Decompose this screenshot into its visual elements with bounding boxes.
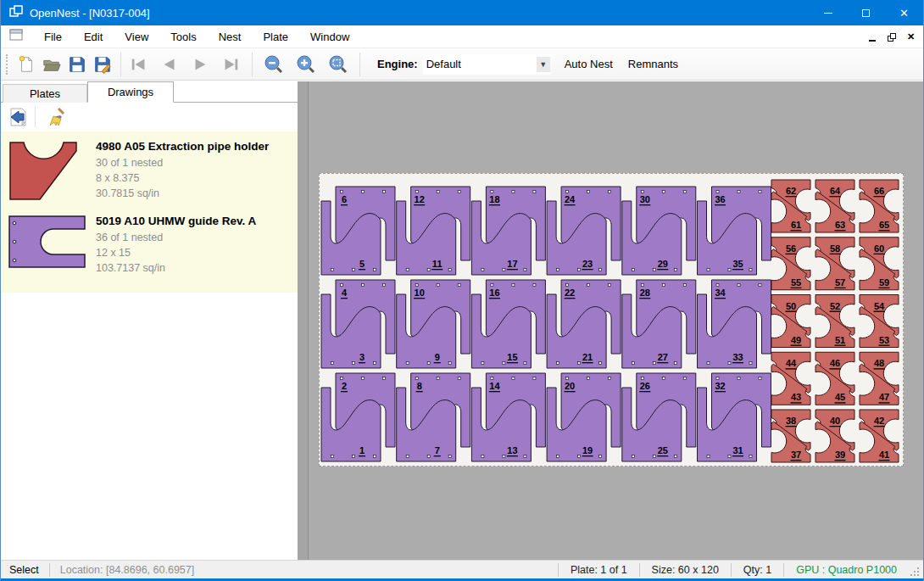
auto-nest-button[interactable]: Auto Nest bbox=[557, 53, 621, 75]
status-mode: Select bbox=[1, 564, 49, 576]
drawing-item-2[interactable]: 5019 A10 UHMW guide Rev. A 36 of 1 neste… bbox=[8, 211, 291, 276]
red-part-pair[interactable]: 4645 bbox=[815, 352, 854, 405]
menu-file[interactable]: File bbox=[33, 27, 73, 47]
nest-canvas[interactable]: 6543211211109871817161514132423222120193… bbox=[308, 81, 924, 560]
svg-text:63: 63 bbox=[835, 220, 845, 230]
red-part-pair[interactable]: 6261 bbox=[771, 180, 810, 232]
purple-part-pair[interactable]: 2827 bbox=[622, 280, 696, 368]
svg-text:25: 25 bbox=[658, 445, 668, 455]
purple-part-pair[interactable]: 2423 bbox=[547, 187, 621, 275]
purple-part-pair[interactable]: 109 bbox=[397, 280, 470, 368]
purple-part-pair[interactable]: 3231 bbox=[698, 373, 771, 461]
zoom-in-button[interactable] bbox=[293, 52, 319, 77]
previous-plate-button[interactable] bbox=[157, 52, 182, 77]
purple-part-pair[interactable]: 2625 bbox=[622, 373, 696, 461]
purple-part-pair[interactable]: 3433 bbox=[698, 280, 771, 368]
engine-select[interactable]: Default ▼ bbox=[423, 54, 550, 75]
drawing-area: 103.7137 sq/in bbox=[96, 260, 291, 276]
svg-text:66: 66 bbox=[874, 186, 884, 196]
red-part-pair[interactable]: 6463 bbox=[815, 180, 854, 232]
svg-text:32: 32 bbox=[715, 381, 725, 391]
open-file-button[interactable] bbox=[39, 52, 64, 77]
svg-text:40: 40 bbox=[830, 416, 840, 426]
toolbar-grip[interactable] bbox=[6, 54, 8, 75]
purple-part-pair[interactable]: 43 bbox=[321, 280, 395, 368]
menu-nest[interactable]: Nest bbox=[208, 27, 253, 47]
engine-value: Default bbox=[423, 58, 537, 70]
drawing-thumbnail-red bbox=[8, 137, 92, 203]
svg-text:4: 4 bbox=[342, 288, 348, 298]
menu-edit[interactable]: Edit bbox=[73, 27, 114, 47]
purple-part-pair[interactable]: 2221 bbox=[547, 280, 621, 368]
splitter[interactable] bbox=[298, 81, 308, 560]
svg-text:47: 47 bbox=[879, 392, 889, 402]
svg-text:50: 50 bbox=[786, 301, 796, 311]
purple-part-pair[interactable]: 87 bbox=[397, 373, 470, 461]
purple-part-pair[interactable]: 1615 bbox=[471, 280, 545, 368]
mdi-child-icon[interactable] bbox=[9, 29, 23, 44]
clear-drawings-button[interactable] bbox=[44, 105, 70, 129]
tab-plates[interactable]: Plates bbox=[3, 84, 87, 103]
red-part-pair[interactable]: 5049 bbox=[771, 295, 810, 348]
svg-text:22: 22 bbox=[565, 288, 575, 298]
import-drawing-button[interactable] bbox=[5, 105, 31, 129]
svg-text:34: 34 bbox=[715, 288, 726, 298]
save-as-button[interactable] bbox=[90, 52, 115, 77]
status-qty: Qty: 1 bbox=[732, 564, 783, 576]
red-part-pair[interactable]: 5251 bbox=[815, 295, 854, 348]
red-part-pair[interactable]: 3837 bbox=[771, 410, 810, 462]
plate[interactable]: 6543211211109871817161514132423222120193… bbox=[319, 173, 904, 466]
app-icon bbox=[9, 5, 23, 20]
svg-text:28: 28 bbox=[640, 288, 650, 298]
purple-part-pair[interactable]: 1817 bbox=[471, 187, 545, 275]
purple-part-pair[interactable]: 3029 bbox=[622, 187, 696, 275]
svg-text:9: 9 bbox=[435, 352, 440, 362]
mdi-minimize-button[interactable] bbox=[865, 30, 879, 44]
svg-text:35: 35 bbox=[732, 259, 743, 269]
red-part-pair[interactable]: 5857 bbox=[815, 237, 854, 290]
mdi-restore-button[interactable] bbox=[884, 30, 899, 44]
svg-text:27: 27 bbox=[658, 352, 668, 362]
svg-text:33: 33 bbox=[732, 352, 743, 362]
sidebar: Plates Drawings 4980 A05 Extraction pipe… bbox=[1, 81, 298, 560]
svg-text:53: 53 bbox=[879, 335, 889, 345]
zoom-fit-button[interactable] bbox=[326, 52, 351, 77]
red-part-pair[interactable]: 6059 bbox=[860, 237, 899, 290]
tab-drawings[interactable]: Drawings bbox=[87, 81, 174, 103]
menu-window[interactable]: Window bbox=[299, 27, 360, 47]
maximize-button[interactable] bbox=[847, 0, 885, 25]
title-bar: OpenNest - [N0317-004] ✕ bbox=[1, 0, 923, 25]
red-part-pair[interactable]: 4039 bbox=[815, 410, 854, 462]
purple-part-pair[interactable]: 3635 bbox=[698, 187, 771, 275]
minimize-button[interactable] bbox=[809, 0, 847, 25]
last-plate-button[interactable] bbox=[218, 52, 243, 77]
new-file-button[interactable] bbox=[14, 52, 39, 77]
chevron-down-icon[interactable]: ▼ bbox=[537, 57, 550, 72]
red-part-pair[interactable]: 6665 bbox=[860, 180, 899, 232]
remnants-button[interactable]: Remnants bbox=[621, 53, 686, 75]
save-button[interactable] bbox=[64, 52, 90, 77]
red-part-pair[interactable]: 5655 bbox=[771, 237, 810, 290]
drawing-item-1[interactable]: 4980 A05 Extraction pipe holder 30 of 1 … bbox=[8, 137, 291, 203]
purple-part-pair[interactable]: 1211 bbox=[397, 187, 470, 275]
menu-view[interactable]: View bbox=[114, 27, 159, 47]
purple-part-pair[interactable]: 1413 bbox=[471, 373, 545, 461]
svg-text:10: 10 bbox=[415, 288, 425, 298]
red-part-pair[interactable]: 4847 bbox=[860, 352, 899, 405]
zoom-out-button[interactable] bbox=[261, 52, 287, 77]
red-part-pair[interactable]: 4241 bbox=[860, 410, 899, 462]
red-part-pair[interactable]: 5453 bbox=[860, 295, 899, 348]
resize-grip[interactable] bbox=[910, 567, 921, 578]
svg-text:51: 51 bbox=[835, 335, 845, 345]
purple-part-pair[interactable]: 2019 bbox=[547, 373, 621, 461]
next-plate-button[interactable] bbox=[187, 52, 213, 77]
red-part-pair[interactable]: 4443 bbox=[771, 352, 810, 405]
first-plate-button[interactable] bbox=[126, 52, 152, 77]
close-button[interactable]: ✕ bbox=[885, 0, 923, 25]
menu-tools[interactable]: Tools bbox=[159, 27, 207, 47]
menu-plate[interactable]: Plate bbox=[252, 27, 299, 47]
mdi-close-button[interactable]: ✕ bbox=[904, 30, 918, 44]
drawing-nested: 36 of 1 nested bbox=[96, 230, 291, 245]
purple-part-pair[interactable]: 65 bbox=[321, 187, 395, 275]
purple-part-pair[interactable]: 21 bbox=[321, 373, 395, 461]
